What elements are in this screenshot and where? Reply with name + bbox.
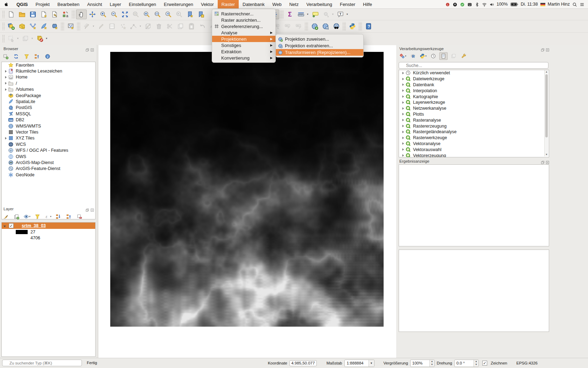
scale-combobox[interactable]: 1:888884 ▼: [344, 360, 374, 367]
open-project-button[interactable]: [16, 9, 27, 19]
processing-group-rasterwerkzeuge[interactable]: Rasterwerkzeuge: [399, 135, 549, 141]
browser-item-spatialite[interactable]: SpatiaLite: [2, 98, 95, 104]
dropdown-arrow-icon[interactable]: ▾: [93, 25, 94, 28]
chevron-right-icon[interactable]: [400, 147, 405, 152]
chevron-right-icon[interactable]: [3, 75, 8, 80]
expand-all-button[interactable]: [54, 213, 63, 220]
measure-button[interactable]: ▾: [295, 9, 306, 19]
magnifier-spinbox[interactable]: 100% ▲▼: [410, 360, 435, 367]
scroll-up-icon[interactable]: ▲: [545, 70, 548, 74]
input-source-menu[interactable]: [540, 1, 545, 7]
projections-item-projektion-extrahieren[interactable]: Projektion extrahieren...: [276, 42, 363, 49]
menu-vektor[interactable]: Vektor: [197, 0, 218, 8]
processing-group-layerwerkzeuge[interactable]: Layerwerkzeuge: [399, 100, 549, 105]
chevron-right-icon[interactable]: [400, 124, 405, 128]
spin-down-icon[interactable]: ▼: [430, 363, 434, 367]
layer-styling-button[interactable]: [1, 213, 10, 220]
close-panel-button[interactable]: [546, 47, 550, 52]
metasearch-button[interactable]: [320, 21, 331, 31]
scroll-down-icon[interactable]: ▼: [545, 153, 548, 156]
help-button[interactable]: ?: [363, 21, 374, 31]
raster-menu-item-extraktion[interactable]: Extraktion▶: [212, 48, 275, 55]
browser-item-geonode[interactable]: GeoNode: [2, 172, 95, 178]
chevron-right-icon[interactable]: [3, 136, 8, 141]
chevron-right-icon[interactable]: [400, 88, 405, 93]
collapse-all-layers-button[interactable]: [64, 213, 74, 220]
backup-arrow-menu-item[interactable]: [453, 1, 457, 7]
save-project-button[interactable]: [27, 9, 38, 19]
browser-item-db2[interactable]: DB2DB2: [2, 117, 95, 123]
chevron-right-icon[interactable]: [3, 69, 8, 74]
processing-search-input[interactable]: [405, 63, 546, 68]
messages-bubble-icon[interactable]: [541, 360, 547, 366]
menu-web[interactable]: Web: [268, 0, 286, 8]
processing-group-vektorauswahl[interactable]: Vektorauswahl: [399, 146, 549, 152]
menu-einstellungen[interactable]: Einstellungen: [125, 0, 160, 8]
edit-features-inplace-button[interactable]: [449, 52, 458, 60]
new-virtual-layer-button[interactable]: [49, 21, 60, 31]
browser-item-favoriten[interactable]: Favoriten: [2, 62, 95, 68]
show-bookmarks-button[interactable]: [195, 9, 206, 19]
volume-menu-item[interactable]: [489, 1, 494, 7]
menubar-clock[interactable]: Di. 11:38: [521, 2, 538, 7]
bluetooth-menu-item[interactable]: [475, 1, 479, 7]
browser-item-wms-wmts[interactable]: WMS/WMTS: [2, 123, 95, 129]
processing-group-kürzlich-verwendet[interactable]: Kürzlich verwendet: [399, 70, 549, 76]
new-memory-layer-button[interactable]: [65, 21, 76, 31]
remove-layer-button[interactable]: [75, 213, 84, 220]
dropdown-arrow-icon[interactable]: ▾: [346, 13, 348, 16]
zoom-in-button[interactable]: [98, 9, 108, 19]
processing-group-kartographie[interactable]: Kartographie: [399, 94, 549, 100]
keyboard-menu-item[interactable]: [467, 1, 472, 7]
history-button[interactable]: [429, 52, 438, 60]
coordinate-value[interactable]: 4.985,50.077: [289, 360, 317, 366]
metasearch-add-button[interactable]: [309, 21, 320, 31]
browser-item-arcgis-feature-dienst[interactable]: ArcGIS-Feature-Dienst: [2, 166, 95, 172]
chevron-right-icon[interactable]: [400, 71, 405, 75]
dropdown-arrow-icon[interactable]: ▾: [140, 25, 141, 28]
update-badge-menu-item[interactable]: 1: [445, 1, 450, 7]
new-geopackage-button[interactable]: [16, 21, 27, 31]
chevron-right-icon[interactable]: [400, 141, 405, 146]
toolbar-drag-handle[interactable]: [2, 35, 5, 42]
add-group-button[interactable]: [12, 213, 21, 220]
dropdown-arrow-icon[interactable]: ▾: [307, 13, 308, 16]
raster-menu-item-analyse[interactable]: Analyse▶: [212, 29, 275, 36]
menu-ansicht[interactable]: Ansicht: [83, 0, 106, 8]
processing-group-datenbank[interactable]: Datenbank: [399, 82, 549, 88]
r-scripts-button[interactable]: R: [409, 52, 417, 60]
zoom-full-button[interactable]: [119, 9, 130, 19]
processing-group-interpolation[interactable]: Interpolation: [399, 88, 549, 94]
chevron-right-icon[interactable]: [400, 136, 405, 140]
crs-globe-icon[interactable]: [509, 361, 514, 366]
menu-hilfe[interactable]: Hilfe: [359, 0, 376, 8]
processing-group-rastererzeugung[interactable]: Rastererzeugung: [399, 123, 549, 129]
spin-buttons[interactable]: ▲▼: [474, 360, 478, 367]
chevron-right-icon[interactable]: [400, 112, 405, 116]
browser-item-vector-tiles[interactable]: Vector Tiles: [2, 129, 95, 135]
raster-menu-item-raster-ausrichten[interactable]: Raster ausrichten...: [212, 17, 275, 23]
menu-verarbeitung[interactable]: Verarbeitung: [302, 0, 336, 8]
chevron-right-icon[interactable]: [400, 100, 405, 105]
raster-menu-item-projektionen[interactable]: Projektionen▶: [212, 36, 275, 42]
layer-item-srtm[interactable]: ✓ srtm_38_03: [2, 223, 95, 229]
browser-item-geopackage[interactable]: GeoPackage: [2, 93, 95, 98]
dropdown-arrow-icon[interactable]: ▾: [405, 55, 406, 57]
browser-item-r-umliche-lesezeichen[interactable]: Räumliche Lesezeichen: [2, 68, 95, 74]
new-bookmark-button[interactable]: [184, 9, 195, 19]
toolbar-drag-handle[interactable]: [2, 11, 5, 18]
projections-item-projektion-zuweisen[interactable]: Projektion zuweisen...: [276, 36, 363, 42]
dropdown-arrow-icon[interactable]: ▾: [425, 55, 427, 57]
scrollbar-thumb[interactable]: [545, 74, 548, 137]
close-panel-button[interactable]: [90, 47, 94, 52]
python-scripts-button[interactable]: ▾: [419, 52, 427, 60]
toolbar-drag-handle[interactable]: [2, 22, 5, 30]
style-manager-button[interactable]: a: [60, 9, 71, 19]
new-shapefile-button[interactable]: [27, 21, 38, 31]
menu-datenbank[interactable]: Datenbank: [239, 0, 268, 8]
filter-legend-button[interactable]: [33, 213, 42, 220]
wifi-menu-item[interactable]: [482, 1, 487, 7]
menu-projekt[interactable]: Projekt: [32, 0, 54, 8]
processing-group-dateiwerkzeuge[interactable]: Dateiwerkzeuge: [399, 76, 549, 82]
layer-name[interactable]: srtm_38_03: [22, 223, 46, 228]
